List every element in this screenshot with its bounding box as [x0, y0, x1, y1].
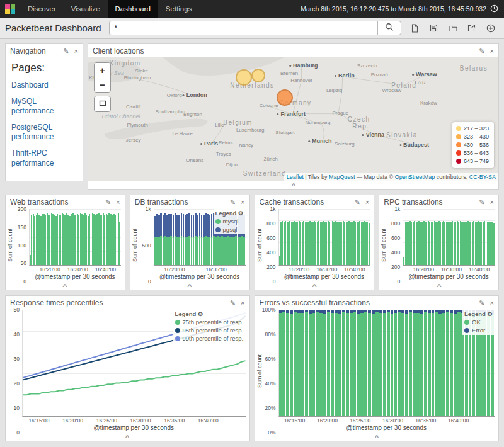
y-tick-label: 0 [273, 278, 276, 285]
map-canvas[interactable]: + − 217 – 323323 – 430430 – 536536 – 643… [88, 57, 498, 181]
y-axis-label: Sum of count [132, 209, 139, 281]
bar-segment [193, 215, 195, 237]
bar-segment [294, 310, 297, 312]
legend-swatch [175, 336, 180, 341]
legend-gear-icon[interactable]: ⚙ [196, 310, 203, 317]
legend-item[interactable]: 99th percentile of resp... [175, 335, 244, 342]
zoom-in-button[interactable]: + [94, 63, 110, 77]
panel-navigation: Navigation ✎ × Pages: DashboardMySQL per… [5, 43, 83, 181]
x-tick-label: 16:30:00 [130, 417, 151, 424]
collapse-panel-button[interactable]: ∧ [255, 433, 499, 441]
y-tick-label: 20 [14, 380, 20, 387]
bar-segment [191, 237, 193, 265]
client-location-marker[interactable] [251, 69, 265, 82]
y-tick-label: 200 [18, 206, 26, 212]
edit-panel-icon[interactable]: ✎ [230, 199, 236, 206]
logo-square [11, 9, 16, 14]
y-tick-label: 0 [398, 278, 401, 285]
bar-segment [227, 236, 229, 265]
collapse-panel-button[interactable]: ∧ [6, 433, 249, 441]
dashboard-title: Packetbeat Dashboard [5, 23, 101, 33]
edit-panel-icon[interactable]: ✎ [479, 300, 484, 307]
bar-segment [225, 237, 227, 265]
nav-item-visualize[interactable]: Visualize [64, 0, 108, 18]
legend-gear-icon[interactable]: ⚙ [486, 310, 493, 317]
zoom-out-button[interactable]: − [94, 77, 110, 92]
edit-panel-icon[interactable]: ✎ [105, 199, 111, 206]
attribution-link[interactable]: Leaflet [287, 174, 304, 180]
bar-segment [176, 237, 178, 265]
remove-panel-icon[interactable]: × [490, 48, 494, 55]
gridline [279, 209, 370, 210]
bar-segment [186, 214, 188, 237]
legend-item[interactable]: OK [464, 319, 493, 325]
legend-item[interactable]: mysql [215, 218, 244, 225]
nav-item-dashboard[interactable]: Dashboard [108, 0, 158, 18]
legend-item[interactable]: 95th percentile of resp... [175, 327, 244, 334]
bar-segment [420, 314, 423, 416]
bar-segment [178, 237, 180, 266]
bar-segment [435, 312, 438, 416]
remove-panel-icon[interactable]: × [490, 199, 494, 206]
bar-segment [457, 312, 461, 416]
bar-segment [183, 237, 185, 265]
map-base-tiles [88, 57, 498, 181]
legend-label: 95th percentile of resp... [183, 327, 244, 334]
add-visualization-icon[interactable] [482, 21, 499, 36]
remove-panel-icon[interactable]: × [241, 199, 244, 206]
new-dashboard-icon[interactable] [406, 21, 423, 36]
nav-page-link[interactable]: MySQL performance [11, 97, 77, 116]
share-dashboard-icon[interactable] [463, 21, 480, 36]
x-tick-label: 16:40:00 [448, 417, 469, 424]
legend-color-dot [456, 126, 461, 131]
draw-rectangle-tool[interactable] [94, 96, 111, 112]
bar-segment [394, 310, 398, 313]
y-tick-label: 400 [391, 249, 400, 256]
attribution-link[interactable]: CC-BY-SA [469, 174, 496, 180]
legend-label: mysql [223, 218, 239, 225]
attribution-link[interactable]: OpenStreetMap [395, 174, 435, 180]
edit-panel-icon[interactable]: ✎ [230, 300, 236, 307]
bar-segment [357, 314, 360, 416]
legend-gear-icon[interactable]: ⚙ [236, 210, 243, 217]
remove-panel-icon[interactable]: × [365, 199, 369, 206]
nav-page-link[interactable]: Thrift-RPC performance [11, 149, 77, 168]
x-tick-label: 16:40:00 [469, 266, 490, 273]
attribution-text: — Map data © [355, 174, 395, 180]
nav-item-settings[interactable]: Settings [158, 0, 200, 18]
legend-item[interactable]: pgsql [215, 226, 244, 233]
bar-segment [454, 314, 457, 416]
legend-item[interactable]: 75th percentile of resp... [175, 319, 244, 325]
client-location-marker[interactable] [277, 89, 293, 106]
pages-heading: Pages: [11, 62, 77, 74]
load-dashboard-icon[interactable] [444, 21, 461, 36]
x-axis: 16:15:0016:20:0016:25:0016:30:0016:35:00… [278, 417, 495, 424]
remove-panel-icon[interactable]: × [74, 48, 78, 55]
remove-panel-icon[interactable]: × [241, 300, 244, 307]
search-button[interactable] [377, 21, 401, 35]
edit-panel-icon[interactable]: ✎ [355, 199, 360, 206]
nav-page-link[interactable]: Dashboard [11, 81, 77, 91]
remove-panel-icon[interactable]: × [490, 300, 494, 307]
bar-segment [383, 313, 386, 416]
time-range[interactable]: March 8th 2015, 16:12:20.475 to March 8t… [301, 0, 504, 18]
bar-segment [181, 236, 183, 265]
edit-panel-icon[interactable]: ✎ [479, 199, 484, 206]
bar-segment [446, 312, 449, 416]
legend-item[interactable]: Error [464, 327, 493, 334]
client-location-marker[interactable] [236, 69, 252, 86]
remove-panel-icon[interactable]: × [116, 199, 120, 206]
nav-item-discover[interactable]: Discover [20, 0, 64, 18]
attribution-link[interactable]: MapQuest [329, 174, 355, 180]
legend-swatch [464, 320, 469, 325]
bar-segment [387, 312, 390, 416]
collapse-panel-button[interactable]: ∧ [88, 181, 498, 189]
nav-page-link[interactable]: PostgreSQL performance [11, 123, 77, 142]
panel-client-locations: Client locations ✎ × [88, 43, 499, 190]
edit-panel-icon[interactable]: ✎ [63, 48, 69, 55]
x-tick-label: 16:40:00 [344, 266, 365, 273]
edit-panel-icon[interactable]: ✎ [479, 48, 484, 55]
save-dashboard-icon[interactable] [425, 21, 442, 36]
panel-db-transactions: DB transactions ✎ × Sum of count05001kLe… [130, 195, 250, 290]
query-input[interactable] [109, 21, 377, 35]
